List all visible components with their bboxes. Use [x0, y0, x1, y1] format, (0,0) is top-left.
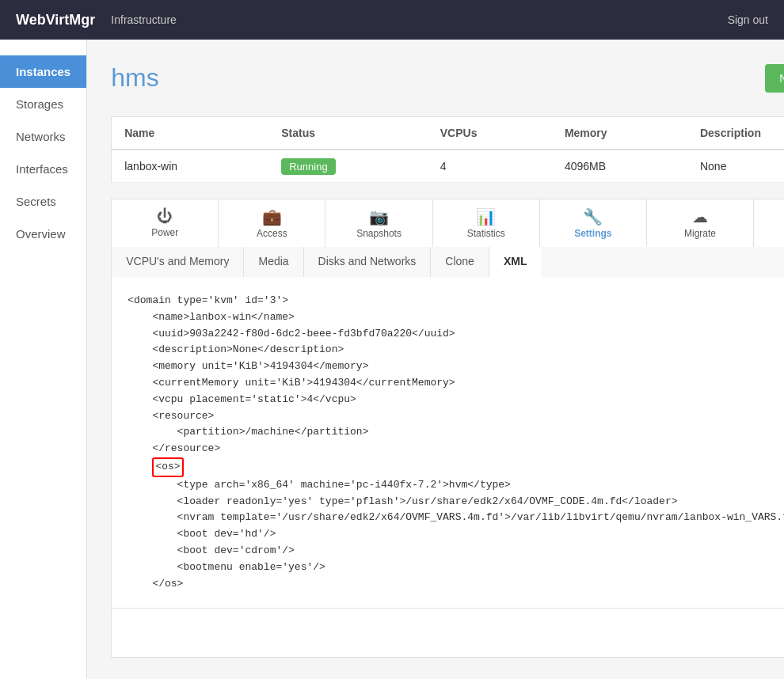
- navbar-infrastructure-link[interactable]: Infrastructure: [111, 13, 727, 26]
- main-content: hms New Instance Name Status VCPUs Memor…: [87, 40, 784, 679]
- instance-vcpus: 4: [428, 150, 552, 183]
- sub-tab-clone[interactable]: Clone: [431, 247, 489, 277]
- tab-snapshots[interactable]: 📷 Snapshots: [325, 199, 432, 247]
- sidebar-item-interfaces[interactable]: Interfaces: [0, 153, 86, 185]
- statistics-icon: 📊: [437, 207, 535, 226]
- table-row[interactable]: lanbox-win Running 4 4096MB None: [112, 150, 784, 183]
- sidebar-item-overview[interactable]: Overview: [0, 218, 86, 250]
- tab-statistics-label: Statistics: [467, 228, 505, 239]
- sidebar-item-networks[interactable]: Networks: [0, 120, 86, 153]
- col-status: Status: [268, 117, 428, 150]
- sidebar-item-instances[interactable]: Instances: [0, 55, 86, 88]
- tab-power-label: Power: [151, 227, 178, 238]
- destroy-icon: 🗑: [758, 207, 784, 226]
- status-badge: Running: [281, 158, 335, 175]
- navbar: WebVirtMgr Infrastructure Sign out: [0, 0, 784, 40]
- xml-panel: <domain type='kvm' id='3'> <name>lanbox-…: [111, 277, 784, 609]
- col-name: Name: [112, 117, 269, 150]
- sidebar-item-storages[interactable]: Storages: [0, 88, 86, 120]
- sub-tabs: VCPU's and Memory Media Disks and Networ…: [111, 247, 784, 277]
- tab-destroy[interactable]: 🗑 Destroy: [754, 199, 784, 247]
- navbar-brand: WebVirtMgr: [16, 12, 95, 28]
- xml-content: <domain type='kvm' id='3'> <name>lanbox-…: [127, 293, 784, 592]
- xml-os-highlight: <os>: [152, 457, 183, 477]
- new-instance-button[interactable]: New Instance: [765, 64, 784, 93]
- sidebar: Instances Storages Networks Interfaces S…: [0, 40, 87, 679]
- page-header: hms New Instance: [111, 63, 784, 93]
- tab-migrate-label: Migrate: [684, 228, 716, 239]
- sub-tab-disks-networks[interactable]: Disks and Networks: [304, 247, 432, 277]
- snapshots-icon: 📷: [329, 207, 428, 226]
- page-container: Instances Storages Networks Interfaces S…: [0, 40, 784, 679]
- tab-settings[interactable]: 🔧 Settings: [540, 199, 647, 247]
- tab-snapshots-label: Snapshots: [356, 228, 402, 239]
- instance-name: lanbox-win: [112, 150, 269, 183]
- col-description: Description: [687, 117, 784, 150]
- tab-power[interactable]: ⏻ Power: [112, 199, 219, 247]
- tab-settings-label: Settings: [574, 228, 611, 239]
- page-title: hms: [111, 63, 158, 93]
- sub-tab-xml[interactable]: XML: [489, 247, 542, 277]
- access-icon: 💼: [223, 207, 321, 226]
- power-icon: ⏻: [116, 207, 214, 226]
- sub-tab-vcpu-memory[interactable]: VCPU's and Memory: [112, 247, 244, 277]
- edit-bar: Edit: [111, 609, 784, 658]
- instance-description: None: [687, 150, 784, 183]
- navbar-signout[interactable]: Sign out: [728, 13, 768, 26]
- tab-access[interactable]: 💼 Access: [219, 199, 325, 247]
- icon-tabs: ⏻ Power 💼 Access 📷 Snapshots 📊 Statistic…: [111, 199, 784, 247]
- instance-status: Running: [268, 150, 428, 183]
- tab-migrate[interactable]: ☁ Migrate: [647, 199, 754, 247]
- instances-table: Name Status VCPUs Memory Description lan…: [111, 116, 784, 183]
- instance-memory: 4096MB: [552, 150, 687, 183]
- col-memory: Memory: [552, 117, 687, 150]
- settings-icon: 🔧: [544, 207, 642, 226]
- tab-statistics[interactable]: 📊 Statistics: [433, 199, 540, 247]
- sidebar-item-secrets[interactable]: Secrets: [0, 185, 86, 218]
- tab-access-label: Access: [257, 228, 287, 239]
- sub-tab-media[interactable]: Media: [244, 247, 303, 277]
- col-vcpus: VCPUs: [428, 117, 552, 150]
- migrate-icon: ☁: [651, 207, 749, 226]
